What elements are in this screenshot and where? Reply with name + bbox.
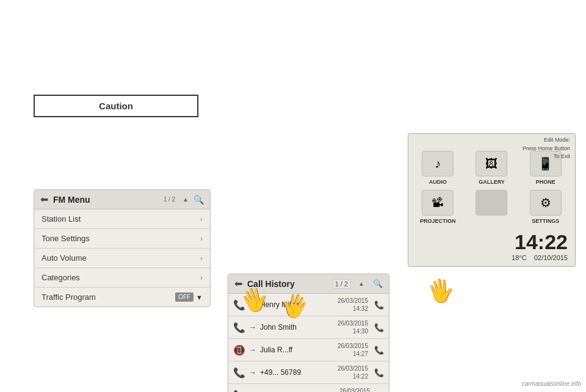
fm-chevron: ›	[200, 273, 203, 282]
fm-item-categories[interactable]: Categories ›	[34, 268, 210, 288]
call-item-2[interactable]: 📵 → Julia R...ff 26/03/2015 14:27 📞	[228, 339, 389, 361]
call-type-icon-3: 📞	[233, 367, 245, 379]
fm-search-icon[interactable]: 🔍	[194, 195, 204, 205]
home-date-temp: 18°C 02/10/2015	[413, 254, 570, 261]
fm-item-traffic-program[interactable]: Traffic Program OFF ▼	[34, 288, 210, 307]
call-type-icon-4: 📞	[233, 390, 245, 393]
call-scroll-up[interactable]: ▲	[358, 280, 364, 287]
fm-scroll-down-arrow[interactable]: ▼	[196, 294, 203, 301]
call-page-badge: 1 / 2	[332, 279, 351, 289]
call-time-3: 26/03/2015 14:22	[338, 365, 368, 380]
fm-item-label: Auto Volume	[42, 253, 87, 263]
empty-icon	[476, 190, 507, 216]
phone-label: PHONE	[536, 179, 555, 185]
call-item-4[interactable]: 📞 — ...567891 26/03/2015 14:20 ▼	[228, 384, 389, 392]
call-item-3[interactable]: 📞 → +49... 56789 26/03/2015 14:22 📞	[228, 361, 389, 384]
fm-chevron: ›	[200, 214, 203, 223]
audio-label: AUDIO	[429, 179, 447, 185]
call-arrow-1: →	[249, 323, 256, 332]
home-item-projection[interactable]: 📽 PROJECTION	[413, 190, 462, 224]
call-phone-icon-2[interactable]: 📞	[374, 346, 384, 355]
fm-menu-panel: ⬅ FM Menu 1 / 2 ▲ 🔍 Station List › Tone …	[34, 189, 211, 307]
call-search-icon[interactable]: 🔍	[373, 279, 383, 288]
home-screen-panel: Edit Mode: Press Home Button To Exit ♪ A…	[408, 133, 576, 267]
fm-toggle[interactable]: OFF ▼	[175, 292, 203, 302]
home-item-audio[interactable]: ♪ AUDIO	[413, 151, 462, 185]
fm-item-label: Traffic Program	[42, 292, 96, 302]
home-temp: 18°C	[512, 254, 527, 261]
call-item-1[interactable]: 📞 → John Smith 26/03/2015 14:30 📞	[228, 316, 389, 339]
call-phone-icon-0[interactable]: 📞	[374, 300, 384, 310]
gallery-icon: 🖼	[476, 151, 507, 176]
fm-item-label: Categories	[42, 273, 80, 282]
fm-scroll-up-arrow[interactable]: ▲	[183, 196, 189, 203]
call-arrow-3: →	[249, 368, 256, 377]
fm-menu-title: FM Menu	[53, 195, 159, 205]
call-type-icon-2: 📵	[233, 344, 245, 356]
fm-page: 1 / 2	[164, 196, 175, 203]
edit-mode-line2: Press Home Button	[523, 145, 570, 153]
fm-item-auto-volume[interactable]: Auto Volume ›	[34, 249, 210, 268]
hand-gesture-home: 🖐	[425, 275, 457, 305]
edit-mode-line1: Edit Mode:	[523, 136, 570, 145]
fm-back-icon[interactable]: ⬅	[40, 194, 48, 205]
audio-icon: ♪	[422, 151, 454, 176]
caution-box: Caution	[34, 95, 198, 117]
home-item-settings[interactable]: ⚙ SETTINGS	[521, 190, 570, 224]
fm-chevron: ›	[200, 253, 203, 263]
home-date: 02/10/2015	[534, 254, 568, 261]
call-phone-icon-3[interactable]: 📞	[374, 368, 384, 377]
call-time-1: 26/03/2015 14:30	[338, 319, 368, 335]
projection-icon: 📽	[422, 190, 454, 216]
toggle-off-label: OFF	[175, 292, 194, 302]
call-time-2: 26/03/2015 14:27	[338, 342, 368, 358]
edit-mode-line3: To Exit	[523, 153, 570, 161]
caution-label: Caution	[99, 101, 133, 111]
call-name-3: +49... 56789	[260, 368, 334, 377]
home-item-gallery[interactable]: 🖼 GALLERY	[467, 151, 516, 185]
call-arrow-2: →	[249, 346, 256, 354]
fm-item-station-list[interactable]: Station List ›	[34, 209, 210, 229]
edit-mode-text: Edit Mode: Press Home Button To Exit	[523, 136, 570, 161]
call-back-icon[interactable]: ⬅	[234, 278, 242, 289]
call-phone-icon-1[interactable]: 📞	[374, 323, 384, 332]
gallery-label: GALLERY	[479, 179, 505, 185]
call-name-1: John Smith	[260, 323, 334, 332]
call-time-0: 26/03/2015 14:32	[338, 297, 368, 313]
fm-item-label: Station List	[42, 214, 81, 223]
call-name-2: Julia R...ff	[260, 346, 334, 354]
fm-item-label: Tone Settings	[42, 234, 90, 243]
settings-icon: ⚙	[530, 190, 562, 216]
home-clock: 14:22	[413, 230, 570, 254]
home-item-empty	[467, 190, 516, 224]
fm-chevron: ›	[200, 234, 203, 243]
fm-panel-header: ⬅ FM Menu 1 / 2 ▲ 🔍	[34, 190, 210, 209]
call-time-4: 26/03/2015 14:20	[339, 387, 370, 392]
fm-item-tone-settings[interactable]: Tone Settings ›	[34, 229, 210, 249]
home-grid: ♪ AUDIO 🖼 GALLERY 📱 PHONE 📽 PROJECTION ⚙…	[413, 151, 570, 224]
settings-label: SETTINGS	[532, 218, 559, 224]
call-type-icon-1: 📞	[233, 322, 245, 333]
watermark: carmanualsonline.info	[522, 380, 581, 387]
projection-label: PROJECTION	[420, 218, 456, 224]
